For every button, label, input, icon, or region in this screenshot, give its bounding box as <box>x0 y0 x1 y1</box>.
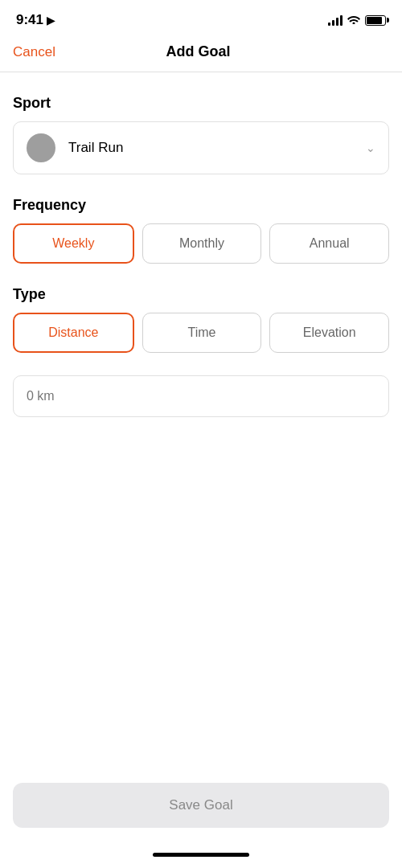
chevron-down-icon: ⌄ <box>366 141 375 154</box>
sport-section-label: Sport <box>13 95 389 112</box>
page-title: Add Goal <box>166 43 230 60</box>
goal-value-input[interactable] <box>13 375 389 417</box>
save-button-container: Save Goal <box>13 783 389 828</box>
type-distance-button[interactable]: Distance <box>13 313 134 353</box>
wifi-icon <box>347 14 360 27</box>
sport-selected-value: Trail Run <box>68 140 123 156</box>
time-display: 9:41 <box>16 12 43 28</box>
location-icon: ▶ <box>47 14 55 27</box>
frequency-button-group: Weekly Monthly Annual <box>13 223 389 264</box>
frequency-weekly-button[interactable]: Weekly <box>13 223 134 264</box>
type-elevation-button[interactable]: Elevation <box>269 313 389 353</box>
type-time-button[interactable]: Time <box>142 313 262 353</box>
frequency-annual-button[interactable]: Annual <box>269 223 389 264</box>
signal-icon <box>328 14 343 26</box>
sport-dropdown-left: Trail Run <box>27 133 123 162</box>
home-indicator <box>153 853 249 857</box>
status-time: 9:41 ▶ <box>16 12 55 28</box>
frequency-section-label: Frequency <box>13 197 389 214</box>
battery-icon <box>365 15 386 26</box>
sport-dropdown[interactable]: Trail Run ⌄ <box>13 121 389 174</box>
main-content: Sport Trail Run ⌄ Frequency Weekly Month… <box>0 72 402 417</box>
save-goal-button[interactable]: Save Goal <box>13 783 389 828</box>
nav-bar: Cancel Add Goal <box>0 35 402 72</box>
type-button-group: Distance Time Elevation <box>13 313 389 353</box>
status-icons <box>328 14 386 27</box>
cancel-button[interactable]: Cancel <box>13 44 55 60</box>
sport-icon <box>27 133 55 162</box>
type-section-label: Type <box>13 286 389 303</box>
frequency-monthly-button[interactable]: Monthly <box>142 223 262 264</box>
status-bar: 9:41 ▶ <box>0 0 402 35</box>
